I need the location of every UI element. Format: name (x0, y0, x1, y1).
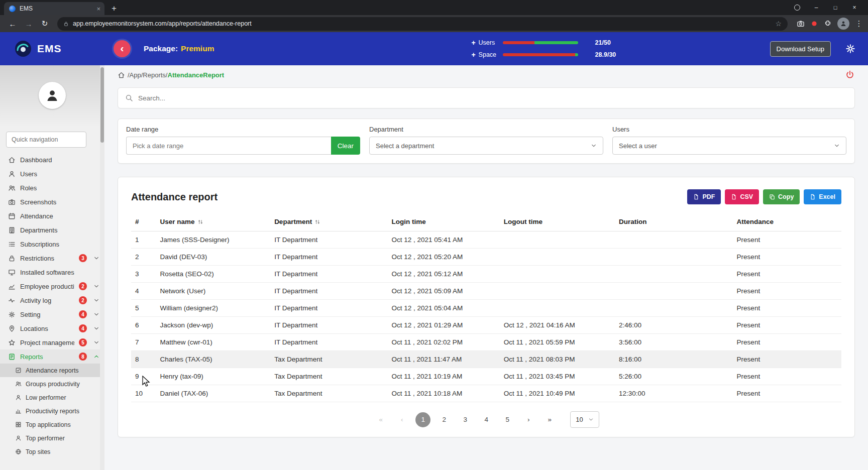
sidebar-scrollbar-thumb[interactable] (100, 67, 104, 143)
window-close-button[interactable]: × (845, 0, 864, 15)
sidebar-subitem-low-performer[interactable]: Low performer (0, 391, 104, 404)
sidebar-item-subscriptions[interactable]: Subscriptions (0, 237, 104, 251)
users-select[interactable]: Select a user (612, 137, 846, 155)
prev-page-button[interactable]: ‹ (394, 412, 409, 427)
back-nav-button[interactable]: ← (5, 16, 20, 31)
page-button-4[interactable]: 4 (479, 412, 494, 427)
sidebar-item-project-management[interactable]: Project management5 (0, 335, 104, 349)
users-select-value: Select a user (619, 142, 657, 150)
screen: EMS × + – □ × ← → ↻ app.employeemonitors… (0, 0, 868, 470)
recording-indicator-icon[interactable] (810, 20, 818, 28)
new-tab-button[interactable]: + (107, 2, 121, 15)
address-bar[interactable]: app.employeemonitorsystem.com/app/report… (57, 17, 788, 31)
sidebar-subitem-attendance-reports[interactable]: Attendance reports (0, 364, 104, 377)
sidebar-scrollbar[interactable] (100, 65, 104, 470)
user-icon (15, 435, 22, 441)
first-page-button[interactable]: « (373, 412, 388, 427)
table-cell: Present (733, 283, 841, 300)
logout-power-icon[interactable] (845, 70, 855, 80)
sidebar-item-label: Installed softwares (20, 269, 99, 276)
page-size-select[interactable]: 10 (570, 411, 599, 428)
browser-profile-avatar[interactable] (837, 18, 849, 30)
sidebar-subitem-groups-productivity[interactable]: Groups productivity (0, 377, 104, 391)
browser-menu-icon[interactable]: ⋮ (855, 19, 863, 28)
table-row[interactable]: 1James (SSS-Designer)IT DepartmentOct 12… (131, 231, 841, 249)
sidebar-item-roles[interactable]: Roles (0, 181, 104, 195)
column-header-department[interactable]: Department (270, 212, 387, 231)
table-row[interactable]: 9Henry (tax-09)Tax DepartmentOct 11 , 20… (131, 368, 841, 385)
sidebar-subitem-top-applications[interactable]: Top applications (0, 418, 104, 431)
attendance-table-head-row: #User nameDepartmentLogin timeLogout tim… (131, 212, 841, 231)
date-range-input[interactable] (126, 137, 331, 155)
sidebar-item-installed-softwares[interactable]: Installed softwares (0, 265, 104, 279)
table-row[interactable]: 3Rosetta (SEO-02)IT DepartmentOct 12 , 2… (131, 266, 841, 283)
breadcrumb-home-icon[interactable] (118, 71, 125, 79)
table-cell: Tax Department (270, 351, 387, 368)
sidebar-item-departments[interactable]: Departments (0, 223, 104, 237)
table-cell (500, 266, 615, 283)
table-row[interactable]: 2David (DEV-03)IT DepartmentOct 12 , 202… (131, 249, 841, 266)
department-chevron-down-icon (591, 143, 597, 149)
clear-button[interactable]: Clear (331, 137, 360, 155)
sidebar-item-users[interactable]: Users (0, 167, 104, 181)
department-select[interactable]: Select a department (369, 137, 603, 155)
forward-nav-button[interactable]: → (21, 16, 36, 31)
settings-gear-icon[interactable] (845, 43, 856, 54)
sidebar-item-dashboard[interactable]: Dashboard (0, 153, 104, 167)
bookmark-star-icon[interactable]: ☆ (775, 20, 782, 28)
excel-export-button[interactable]: Excel (804, 189, 841, 204)
column-header-user-name[interactable]: User name (156, 212, 270, 231)
table-cell: Oct 11 , 2021 10:19 AM (387, 368, 499, 385)
sidebar-item-screenshots[interactable]: Screenshots (0, 195, 104, 209)
sidebar-subitem-top-sites[interactable]: Top sites (0, 445, 104, 458)
sidebar-item-attendance[interactable]: Attendance (0, 209, 104, 223)
table-row[interactable]: 5William (designer2)IT DepartmentOct 12 … (131, 300, 841, 317)
home-icon (8, 156, 16, 164)
table-cell: Present (733, 231, 841, 249)
quick-nav (6, 132, 98, 148)
search-input[interactable] (138, 94, 847, 102)
sidebar-item-setting[interactable]: Setting4 (0, 307, 104, 321)
add-space-button[interactable]: + (472, 51, 479, 59)
table-cell: 3:56:00 (615, 334, 733, 351)
quick-navigation-input[interactable] (6, 132, 86, 148)
sidebar-item-activity-log[interactable]: Activity log2 (0, 293, 104, 307)
tab-close-icon[interactable]: × (96, 5, 100, 13)
page-button-5[interactable]: 5 (500, 412, 515, 427)
sidebar-item-reports[interactable]: Reports8 (0, 349, 104, 364)
table-row[interactable]: 10Daniel (TAX-06)Tax DepartmentOct 11 , … (131, 385, 841, 402)
csv-export-button[interactable]: CSV (725, 189, 759, 204)
table-row[interactable]: 4Network (User)IT DepartmentOct 12 , 202… (131, 283, 841, 300)
window-maximize-button[interactable]: □ (826, 0, 845, 15)
extensions-icon[interactable] (824, 20, 832, 28)
table-row[interactable]: 7Matthew (cwr-01)IT DepartmentOct 11 , 2… (131, 334, 841, 351)
add-users-button[interactable]: + (472, 39, 479, 47)
header-back-button[interactable]: ‹ (114, 40, 131, 57)
reload-button[interactable]: ↻ (37, 16, 52, 31)
package-label: Package: (144, 44, 178, 53)
table-row[interactable]: 6Jackson (dev-wp)IT DepartmentOct 12 , 2… (131, 317, 841, 334)
last-page-button[interactable]: » (542, 412, 557, 427)
screen-capture-extension-icon[interactable] (797, 20, 805, 28)
table-row[interactable]: 8Charles (TAX-05)Tax DepartmentOct 11 , … (131, 351, 841, 368)
copy-export-button[interactable]: Copy (763, 189, 800, 204)
sidebar-subitem-productivity-reports[interactable]: Productivity reports (0, 404, 104, 418)
page-button-3[interactable]: 3 (458, 412, 473, 427)
space-quota-bar (503, 53, 578, 56)
sidebar-item-restrictions[interactable]: Restrictions3 (0, 251, 104, 265)
next-page-button[interactable]: › (521, 412, 536, 427)
download-setup-button[interactable]: Download Setup (770, 41, 831, 57)
window-minimize-button[interactable]: – (807, 0, 826, 15)
page-button-2[interactable]: 2 (437, 412, 452, 427)
notification-badge: 3 (79, 254, 87, 262)
profile-avatar[interactable] (39, 82, 66, 109)
gear-icon (8, 311, 16, 318)
reports-submenu: Attendance reportsGroups productivityLow… (0, 364, 104, 458)
sidebar-item-locations[interactable]: Locations4 (0, 321, 104, 335)
page-button-1[interactable]: 1 (415, 412, 430, 427)
sidebar-subitem-top-performer[interactable]: Top performer (0, 431, 104, 445)
sidebar-item-employee-productivity[interactable]: Employee productivity2 (0, 279, 104, 293)
media-controls-icon[interactable] (788, 0, 807, 15)
browser-tab[interactable]: EMS × (4, 2, 104, 15)
pdf-export-button[interactable]: PDF (687, 189, 721, 204)
